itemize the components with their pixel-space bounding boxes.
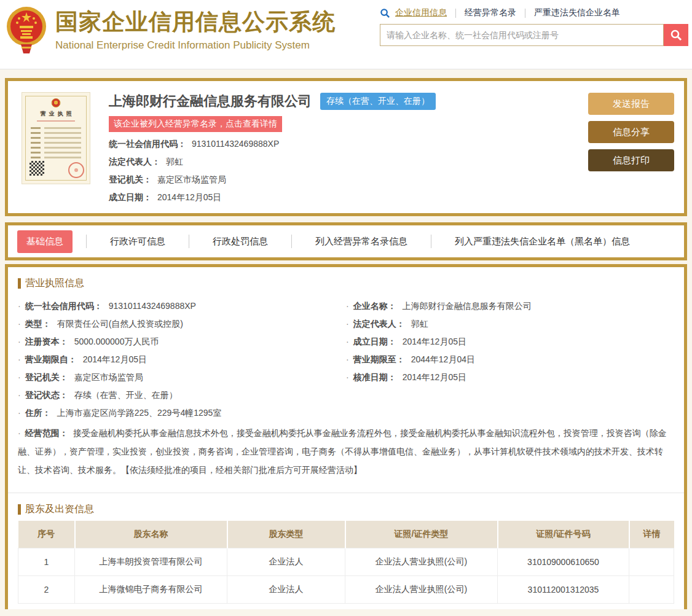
search-scope-tab[interactable]: 严重违法失信企业名单 — [534, 7, 620, 18]
cell-detail — [629, 548, 674, 575]
search-area: 企业信用信息 经营异常名录 严重违法失信企业名单 — [380, 7, 688, 46]
cell-type: 企业法人 — [227, 575, 345, 603]
section-tab[interactable]: 行政处罚信息 — [189, 236, 291, 248]
action-button[interactable]: 发送报告 — [588, 93, 674, 115]
col-header-name: 股东名称 — [75, 521, 227, 548]
company-field: 统一社会信用代码：9131011432469888XP — [109, 139, 588, 150]
info-field: ·成立日期：2014年12月05日 — [346, 333, 674, 351]
cell-cert-type: 企业法人营业执照(公司) — [345, 575, 498, 603]
business-scope-field: ·经营范围：接受金融机构委托从事金融信息技术外包，接受金融机构委托从事金融业务流… — [18, 424, 674, 479]
table-header-row: 序号 股东名称 股东类型 证照/证件类型 证照/证件号码 详情 — [18, 521, 674, 548]
cell-detail — [629, 575, 674, 603]
national-emblem-logo — [5, 4, 48, 54]
site-header: 国家企业信用信息公示系统 National Enterprise Credit … — [0, 0, 692, 69]
section-tabs: 基础信息 行政许可信息 行政处罚信息 列入经营异常名录信息 列入严重违法失信企业… — [5, 222, 687, 260]
cell-no: 1 — [18, 548, 75, 575]
col-header-cert-no: 证照/证件号码 — [498, 521, 629, 548]
info-field: ·类型：有限责任公司(自然人投资或控股) — [18, 315, 346, 333]
search-scope-tabs: 企业信用信息 经营异常名录 严重违法失信企业名单 — [395, 7, 620, 18]
section-tab[interactable]: 基础信息 — [17, 230, 73, 253]
table-row: 1 上海丰朗投资管理有限公司 企业法人 企业法人营业执照(公司) 3101090… — [18, 548, 674, 575]
content-card: 营业执照信息 ·统一社会信用代码：9131011432469888XP ·类型：… — [5, 264, 687, 609]
search-icon — [380, 8, 390, 18]
section-tab[interactable]: 行政许可信息 — [87, 236, 189, 248]
section-tab[interactable]: 列入经营异常名录信息 — [292, 236, 431, 248]
col-header-type: 股东类型 — [227, 521, 345, 548]
abnormal-operation-warning-link[interactable]: 该企业被列入经营异常名录，点击查看详情 — [109, 116, 282, 132]
license-info-section-title: 营业执照信息 — [25, 277, 84, 290]
search-input[interactable] — [380, 24, 664, 46]
shareholders-section: 股东及出资信息 序号 股东名称 股东类型 证照/证件类型 证照/证件号码 详情 … — [18, 493, 674, 604]
info-field: ·统一社会信用代码：9131011432469888XP — [18, 297, 346, 315]
cell-type: 企业法人 — [227, 548, 345, 575]
license-qr-code — [29, 161, 44, 176]
action-buttons: 发送报告 信息分享 信息打印 — [588, 92, 674, 213]
nav-divider — [525, 9, 525, 18]
company-field: 法定代表人：郭虹 — [109, 157, 588, 168]
info-field: ·登记状态：存续（在营、开业、在册） — [18, 386, 346, 404]
search-button[interactable] — [664, 24, 688, 46]
search-button-icon — [670, 29, 682, 41]
section-marker — [18, 504, 21, 515]
search-scope-tab[interactable]: 企业信用信息 — [395, 7, 447, 18]
site-subtitle: National Enterprise Credit Information P… — [55, 39, 336, 52]
col-header-no: 序号 — [18, 521, 75, 548]
company-field: 登记机关：嘉定区市场监管局 — [109, 174, 588, 185]
action-button[interactable]: 信息分享 — [588, 121, 674, 143]
info-field: ·核准日期：2014年12月05日 — [346, 368, 674, 386]
cell-cert-type: 企业法人营业执照(公司) — [345, 548, 498, 575]
license-title: 营业执照 — [22, 110, 90, 118]
cell-no: 2 — [18, 575, 75, 603]
cell-name: 上海微锦电子商务有限公司 — [75, 575, 227, 603]
cell-name: 上海丰朗投资管理有限公司 — [75, 548, 227, 575]
license-red-seal — [68, 162, 84, 178]
cell-cert-no: 310109000610650 — [498, 548, 629, 575]
info-field: ·企业名称：上海郎财行金融信息服务有限公司 — [346, 297, 674, 315]
section-tab[interactable]: 列入严重违法失信企业名单（黑名单）信息 — [431, 236, 653, 248]
info-field: ·住所：上海市嘉定区尚学路225、229号4幢1295室 — [18, 404, 346, 422]
col-header-detail: 详情 — [629, 521, 674, 548]
info-field: ·法定代表人：郭虹 — [346, 315, 674, 333]
nav-divider — [455, 9, 456, 18]
info-field: ·营业期限至：2044年12月04日 — [346, 351, 674, 368]
business-license-image: 营业执照 — [22, 92, 90, 184]
search-scope-tab[interactable]: 经营异常名录 — [465, 7, 516, 18]
license-emblem-icon — [52, 98, 61, 107]
shareholders-table: 序号 股东名称 股东类型 证照/证件类型 证照/证件号码 详情 1 上海丰朗投资… — [18, 521, 674, 604]
company-field: 成立日期：2014年12月05日 — [109, 192, 588, 203]
license-info-fields: ·统一社会信用代码：9131011432469888XP ·类型：有限责任公司(… — [18, 297, 674, 422]
site-title: 国家企业信用信息公示系统 — [55, 7, 336, 37]
company-summary-card: 营业执照 上海郎财行金融信息服务有限公司 存续（在营、开业、在册） 该企业被列入… — [5, 78, 687, 216]
info-field: ·登记机关：嘉定区市场监管局 — [18, 368, 346, 386]
status-badge: 存续（在营、开业、在册） — [320, 93, 436, 110]
action-button[interactable]: 信息打印 — [588, 149, 674, 171]
shareholders-section-title: 股东及出资信息 — [25, 503, 94, 516]
table-row: 2 上海微锦电子商务有限公司 企业法人 企业法人营业执照(公司) 3101120… — [18, 575, 674, 603]
company-name: 上海郎财行金融信息服务有限公司 — [109, 92, 312, 111]
col-header-cert-type: 证照/证件类型 — [345, 521, 498, 548]
cell-cert-no: 310112001312035 — [498, 575, 629, 603]
info-field: ·注册资本：5000.000000万人民币 — [18, 333, 346, 351]
section-marker — [18, 278, 21, 289]
info-field: ·营业期限自：2014年12月05日 — [18, 351, 346, 368]
